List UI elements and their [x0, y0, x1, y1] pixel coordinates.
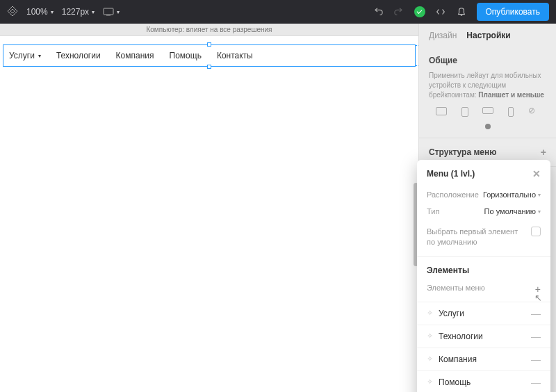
- menu-item-row[interactable]: ✧Помощь—: [417, 370, 550, 392]
- section-title-general: Общие: [429, 56, 546, 65]
- elements-subtitle: Элементы меню: [427, 284, 485, 295]
- default-first-checkbox[interactable]: [531, 227, 541, 236]
- width-dropdown[interactable]: 1227px ▾: [62, 7, 95, 17]
- elements-title: Элементы: [417, 257, 550, 281]
- cursor-pointer-icon: ↖: [534, 293, 542, 303]
- caret-down-icon: ▾: [38, 53, 41, 59]
- overflow-indicator: [415, 45, 418, 66]
- general-section: Общие Применить лейаут для мобильных уст…: [419, 47, 556, 138]
- tablet-icon[interactable]: [461, 107, 468, 117]
- notification-icon[interactable]: [456, 6, 467, 17]
- device-dropdown[interactable]: ▾: [103, 8, 120, 16]
- phone-icon[interactable]: [508, 107, 514, 117]
- type-dropdown[interactable]: По умолчанию▾: [484, 207, 541, 215]
- type-label: Тип: [427, 207, 439, 215]
- menu-item-label: Компания: [439, 354, 477, 364]
- publish-button[interactable]: Опубликовать: [477, 3, 549, 21]
- drag-handle-icon[interactable]: ✧: [427, 332, 433, 341]
- nav-item[interactable]: Технологии: [56, 51, 101, 60]
- placement-label: Расположение: [427, 190, 479, 199]
- code-button[interactable]: [435, 6, 446, 17]
- menu-settings-popover: Menu (1 lvl.) ✕ Расположение Горизонталь…: [417, 160, 550, 392]
- close-icon[interactable]: ✕: [532, 168, 541, 179]
- drag-handle-icon[interactable]: ✧: [427, 354, 433, 364]
- top-toolbar: 100% ▾ 1227px ▾ ▾ Опубликовать: [0, 0, 556, 24]
- drag-handle-icon[interactable]: ✧: [427, 309, 433, 318]
- app-logo-icon[interactable]: [7, 6, 18, 19]
- tablet-landscape-icon[interactable]: [482, 107, 493, 114]
- nav-item[interactable]: Услуги▾: [9, 51, 41, 60]
- chevron-down-icon: ▾: [51, 9, 54, 15]
- menu-item-label: Помощь: [439, 377, 471, 387]
- hidden-icon[interactable]: [528, 107, 539, 115]
- menu-item-label: Услуги: [439, 309, 464, 318]
- menu-item-row[interactable]: ✧Технологии—: [417, 325, 550, 348]
- menu-item-row[interactable]: ✧Услуги—: [417, 302, 550, 325]
- canvas-area[interactable]: Компьютер: влияет на все разрешения Услу…: [0, 24, 418, 392]
- tab-settings[interactable]: Настройки: [466, 31, 510, 40]
- resize-handle-bottom[interactable]: [207, 65, 211, 69]
- tab-design[interactable]: Дизайн: [429, 31, 457, 40]
- add-element-button[interactable]: + ↖: [535, 284, 541, 295]
- add-structure-button[interactable]: +: [541, 147, 546, 158]
- nav-item-label: Услуги: [9, 51, 35, 60]
- selected-menu-block[interactable]: Услуги▾ Технологии Компания Помощь Конта…: [3, 44, 416, 67]
- redo-button[interactable]: [393, 6, 404, 17]
- nav-item[interactable]: Контакты: [217, 51, 253, 60]
- nav-item[interactable]: Помощь: [170, 51, 202, 60]
- undo-button[interactable]: [373, 6, 384, 17]
- default-first-label: Выбрать первый элемент по умолчанию: [427, 227, 524, 248]
- breakpoint-device-row: [429, 107, 546, 117]
- structure-title: Структура меню: [429, 147, 496, 157]
- zoom-value: 100%: [26, 7, 48, 17]
- resize-handle-top[interactable]: [207, 42, 211, 47]
- remove-item-button[interactable]: —: [531, 331, 541, 342]
- zoom-dropdown[interactable]: 100% ▾: [26, 7, 54, 17]
- menu-item-row[interactable]: ✧Компания—: [417, 348, 550, 370]
- popover-title: Menu (1 lvl.): [427, 169, 475, 179]
- drag-handle-icon[interactable]: ✧: [427, 377, 433, 386]
- menu-item-label: Технологии: [439, 332, 483, 341]
- breakpoint-bar: Компьютер: влияет на все разрешения: [0, 24, 418, 36]
- chevron-down-icon: ▾: [92, 9, 95, 15]
- nav-item[interactable]: Компания: [116, 51, 154, 60]
- remove-item-button[interactable]: —: [531, 308, 541, 319]
- general-hint: Применить лейаут для мобильных устройств…: [429, 71, 546, 100]
- svg-rect-0: [104, 8, 113, 15]
- chevron-down-icon: ▾: [117, 9, 120, 15]
- placement-dropdown[interactable]: Горизонтально▾: [483, 190, 541, 199]
- status-indicator[interactable]: [414, 6, 425, 17]
- remove-item-button[interactable]: —: [531, 354, 541, 365]
- remove-item-button[interactable]: —: [531, 377, 541, 388]
- width-value: 1227px: [62, 7, 89, 17]
- breakpoint-slider-handle[interactable]: [485, 124, 491, 129]
- desktop-icon[interactable]: [436, 107, 447, 115]
